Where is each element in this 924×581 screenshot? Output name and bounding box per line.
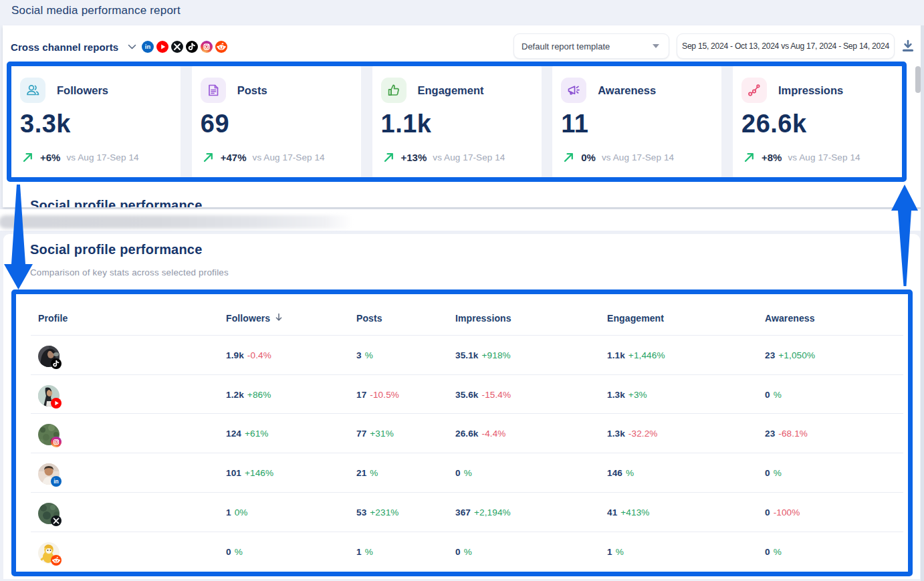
instagram-badge-icon	[51, 437, 62, 447]
trend-up-arrow-icon	[743, 151, 756, 164]
profile-row-instagram[interactable]: 124+61%77+31%26.6k-4.4%1.3k-32.2%23-68.1…	[16, 413, 908, 452]
profile-avatar-linkedin: in	[38, 463, 60, 485]
redacted-text-blur	[0, 215, 353, 229]
profile-row-linkedin[interactable]: in101+146%21%0%146%0%	[16, 453, 908, 491]
kpi-card-followers: Followers 3.3k +6% vs Aug 17-Sep 14	[11, 66, 181, 177]
metric-change: +918%	[482, 350, 511, 360]
tiktok-icon[interactable]	[186, 41, 198, 53]
profile-avatar-tiktok	[38, 346, 60, 367]
profile-performance-panel: Social profile performance Comparison of…	[3, 233, 921, 579]
metric-value: 3	[356, 350, 362, 360]
date-range-picker[interactable]: Sep 15, 2024 - Oct 13, 2024 vs Aug 17, 2…	[677, 33, 895, 59]
metric-value: 367	[455, 507, 471, 517]
metric-change: %	[774, 468, 782, 478]
posts-cell: 77+31%	[356, 429, 394, 439]
metric-change: -10.5%	[370, 390, 399, 400]
profile-avatar-youtube	[38, 385, 60, 406]
column-header-engagement[interactable]: Engagement	[607, 313, 664, 324]
metric-change: +146%	[245, 468, 273, 478]
kpi-label: Engagement	[418, 84, 484, 97]
kpi-change: +47%	[221, 152, 247, 163]
report-type-label: Cross channel reports	[11, 41, 118, 53]
metric-value: 101	[226, 468, 241, 478]
metric-change: %	[774, 390, 782, 400]
page-title: Social media performance report	[11, 4, 181, 17]
kpi-value: 26.6k	[741, 110, 807, 138]
kpi-card-impressions: Impressions 26.6k +8% vs Aug 17-Sep 14	[733, 66, 902, 177]
column-header-profile[interactable]: Profile	[38, 313, 68, 324]
kpi-compare-label: vs Aug 17-Sep 14	[253, 152, 325, 162]
awareness-cell: 0%	[765, 468, 782, 478]
metric-change: %	[464, 547, 472, 557]
posts-cell: 17-10.5%	[356, 390, 399, 400]
linkedin-icon[interactable]: in	[142, 41, 154, 53]
metric-value: 0	[455, 547, 461, 557]
metric-value: 0	[765, 507, 770, 517]
followers-people-icon	[20, 78, 45, 103]
metric-value: 146	[607, 468, 622, 478]
kpi-compare-label: vs Aug 17-Sep 14	[602, 152, 674, 162]
kpi-card-header: Posts	[201, 78, 267, 103]
report-type-selector[interactable]: Cross channel reports	[11, 37, 136, 57]
metric-value: 23	[765, 350, 775, 360]
metric-value: 17	[356, 390, 366, 400]
report-template-value: Default report template	[522, 41, 610, 51]
section-title: Social profile performance	[30, 242, 203, 257]
metric-change: -100%	[774, 507, 800, 517]
metric-change: -4.4%	[482, 429, 506, 439]
metric-change: -32.2%	[628, 429, 658, 439]
metric-change: %	[616, 547, 624, 557]
x-icon[interactable]	[171, 41, 183, 53]
followers-cell: 10%	[226, 507, 248, 517]
scrollbar-thumb[interactable]	[915, 66, 921, 93]
metric-change: +86%	[247, 390, 271, 400]
profile-row-youtube[interactable]: 1.2k+86%17-10.5%35.6k-15.4%1.3k+3%0%	[16, 374, 908, 413]
column-header-followers[interactable]: Followers	[226, 313, 283, 324]
metric-change: %	[235, 547, 243, 557]
metric-change: +2,194%	[474, 507, 511, 517]
kpi-compare-label: vs Aug 17-Sep 14	[66, 152, 138, 162]
x-badge-icon	[51, 515, 62, 526]
profile-avatar-x	[38, 503, 60, 524]
kpi-trend: 0% vs Aug 17-Sep 14	[562, 151, 674, 164]
kpi-label: Awareness	[598, 84, 656, 97]
engagement-cell: 1.3k+3%	[607, 390, 647, 400]
metric-value: 0	[765, 468, 770, 478]
metric-value: 35.1k	[455, 350, 479, 360]
clipped-section-title: Social profile performance	[30, 198, 203, 207]
seam-band	[0, 209, 921, 231]
column-header-posts[interactable]: Posts	[356, 313, 382, 324]
impressions-cell: 0%	[455, 468, 472, 478]
metric-change: %	[626, 468, 634, 478]
table-header-row: ProfileFollowersPostsImpressionsEngageme…	[16, 294, 908, 335]
profile-row-tiktok[interactable]: 1.9k-0.4%3%35.1k+918%1.1k+1,446%23+1,050…	[16, 335, 908, 374]
report-toolbar: Cross channel reports in Default report …	[3, 25, 921, 62]
kpi-card-header: Engagement	[381, 78, 484, 103]
download-icon[interactable]	[900, 38, 916, 54]
report-template-select[interactable]: Default report template	[513, 33, 669, 59]
kpi-compare-label: vs Aug 17-Sep 14	[788, 152, 860, 162]
metric-value: 1	[226, 507, 231, 517]
column-header-label: Posts	[356, 313, 382, 324]
posts-cell: 21%	[356, 468, 378, 478]
followers-cell: 124+61%	[226, 429, 269, 439]
engagement-cell: 1.1k+1,446%	[607, 350, 665, 360]
metric-value: 1.3k	[607, 429, 625, 439]
column-header-awareness[interactable]: Awareness	[765, 313, 815, 324]
awareness-cell: 23+1,050%	[765, 350, 815, 360]
reddit-icon[interactable]	[215, 41, 227, 53]
instagram-icon[interactable]	[201, 41, 213, 53]
youtube-icon[interactable]	[156, 41, 168, 53]
impressions-cell: 0%	[455, 547, 472, 557]
profile-avatar-reddit	[38, 542, 60, 564]
column-header-label: Engagement	[607, 313, 664, 324]
cross-channel-report-panel: Cross channel reports in Default report …	[3, 25, 921, 207]
column-header-impressions[interactable]: Impressions	[455, 313, 511, 324]
svg-text:in: in	[145, 43, 151, 50]
metric-change: +31%	[370, 429, 394, 439]
column-header-label: Profile	[38, 313, 68, 324]
profile-row-x[interactable]: 10%53+231%367+2,194%41+413%0-100%	[16, 492, 908, 531]
profile-row-reddit[interactable]: 0%1%0%1%0%	[16, 532, 908, 570]
metric-value: 1.1k	[607, 350, 625, 360]
metric-value: 0	[765, 547, 770, 557]
